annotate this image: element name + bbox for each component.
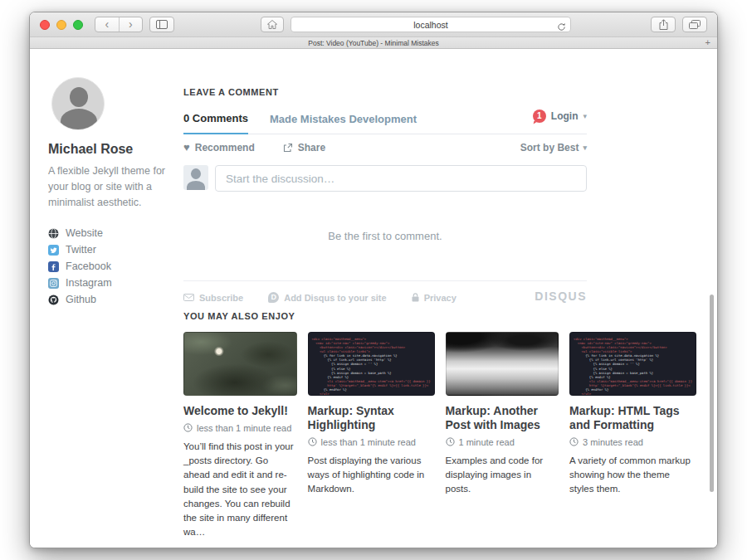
sidebar-toggle-button[interactable] <box>149 17 174 32</box>
post-title-link[interactable]: Markup: Syntax Highlighting <box>308 404 435 432</box>
clock-icon <box>569 437 579 446</box>
recommend-label: Recommend <box>195 142 255 153</box>
link-label: Instagram <box>66 277 112 289</box>
add-disqus-link[interactable]: D Add Disqus to your site <box>268 292 386 303</box>
post-title-link[interactable]: Welcome to Jekyll! <box>183 404 297 418</box>
disqus-logo[interactable]: DISQUS <box>535 290 587 303</box>
notification-badge: 1 <box>533 110 546 123</box>
author-profile: Michael Rose A flexible Jekyll theme for… <box>48 77 174 308</box>
disqus-actions-row: ♥ Recommend Share Sort by Best ▾ <box>183 134 587 162</box>
share-label: Share <box>298 142 325 153</box>
disqus-footer: Subscribe D Add Disqus to your site Priv… <box>183 280 587 303</box>
avatar-silhouette <box>70 87 88 107</box>
zoom-window-button[interactable] <box>73 20 83 30</box>
facebook-icon <box>48 261 59 272</box>
login-button[interactable]: 1 Login ▾ <box>533 110 587 123</box>
back-button[interactable]: ‹ <box>95 17 119 32</box>
sidebar-icon <box>156 20 168 29</box>
post-title-link[interactable]: Markup: HTML Tags and Formatting <box>569 404 696 432</box>
sidebar-link-github[interactable]: Github <box>48 291 174 308</box>
reload-icon <box>557 22 566 32</box>
instagram-icon <box>48 278 59 289</box>
sort-dropdown[interactable]: Sort by Best ▾ <box>520 142 587 153</box>
post-thumbnail-foggy-landscape <box>446 332 559 396</box>
read-time: less than 1 minute read <box>197 423 291 433</box>
tab-overview-button[interactable] <box>682 17 707 32</box>
disqus-bubble-icon: D <box>268 292 279 303</box>
related-heading: YOU MAY ALSO ENJOY <box>183 311 696 321</box>
home-icon <box>267 20 277 29</box>
author-name: Michael Rose <box>48 142 174 157</box>
related-card: Welcome to Jekyll! less than 1 minute re… <box>183 332 297 540</box>
globe-icon <box>48 228 59 239</box>
share-icon <box>659 19 668 30</box>
link-label: Twitter <box>66 244 96 256</box>
clock-icon <box>308 437 317 446</box>
sidebar-link-instagram[interactable]: Instagram <box>48 275 174 291</box>
close-window-button[interactable] <box>40 20 50 30</box>
recommend-button[interactable]: ♥ Recommend <box>183 142 255 153</box>
privacy-link[interactable]: Privacy <box>412 293 456 303</box>
related-card: <div class="masthead__menu"> <nav id="si… <box>308 332 435 540</box>
sidebar-link-twitter[interactable]: Twitter <box>48 241 174 258</box>
post-thumbnail-code: <div class="masthead__menu"> <nav id="si… <box>308 332 435 396</box>
share-button[interactable] <box>651 17 676 32</box>
forward-chevron-icon: › <box>129 17 133 31</box>
tab-bar: Post: Video (YouTube) - Minimal Mistakes… <box>30 37 717 49</box>
privacy-label: Privacy <box>424 293 456 303</box>
post-thumbnail-code: <div class="masthead__menu"> <nav id="si… <box>569 332 696 396</box>
empty-comments-message: Be the first to comment. <box>183 230 587 242</box>
caret-down-icon: ▾ <box>583 144 587 152</box>
reload-button[interactable] <box>557 20 566 35</box>
post-excerpt: You’ll find this post in your _posts dir… <box>183 440 297 540</box>
avatar-silhouette <box>191 168 201 179</box>
forward-button[interactable]: › <box>120 17 143 32</box>
link-label: Website <box>66 227 103 239</box>
history-nav-group: ‹ › <box>95 17 143 32</box>
address-url: localhost <box>413 20 447 30</box>
comment-composer <box>183 165 587 192</box>
comments-section: LEAVE A COMMENT 0 Comments Made Mistakes… <box>183 87 587 303</box>
login-label: Login <box>551 110 579 122</box>
guest-avatar <box>183 165 208 190</box>
lock-icon <box>412 293 419 302</box>
tabs-icon <box>689 20 701 29</box>
back-chevron-icon: ‹ <box>105 17 109 31</box>
related-posts-section: YOU MAY ALSO ENJOY Welcome to Jekyll! le… <box>183 311 696 540</box>
caret-down-icon: ▾ <box>583 112 587 120</box>
subscribe-label: Subscribe <box>199 293 243 303</box>
page-scrollbar-thumb[interactable] <box>710 295 714 492</box>
sidebar-link-website[interactable]: Website <box>48 225 174 241</box>
clock-icon <box>446 437 455 446</box>
read-time: less than 1 minute read <box>321 437 416 447</box>
post-excerpt: A variety of common markup showing how t… <box>569 454 696 497</box>
clock-icon <box>183 423 193 432</box>
author-avatar <box>51 77 105 130</box>
active-tab[interactable]: Post: Video (YouTube) - Minimal Mistakes <box>308 39 438 47</box>
post-title-link[interactable]: Markup: Another Post with Images <box>446 404 559 432</box>
related-cards: Welcome to Jekyll! less than 1 minute re… <box>183 332 696 540</box>
new-tab-button[interactable]: + <box>706 37 710 48</box>
subscribe-link[interactable]: Subscribe <box>183 293 243 303</box>
sort-label: Sort by Best <box>520 142 579 153</box>
sidebar-link-facebook[interactable]: Facebook <box>48 258 174 275</box>
safari-window: ‹ › localhost Post: Video (YouTube) - Mi… <box>29 12 718 548</box>
home-button[interactable] <box>261 17 284 32</box>
related-card: <div class="masthead__menu"> <nav id="si… <box>569 332 696 540</box>
post-excerpt: Post displaying the various ways of high… <box>308 454 435 497</box>
envelope-icon <box>183 294 194 301</box>
minimize-window-button[interactable] <box>56 20 66 30</box>
address-bar[interactable]: localhost <box>290 17 571 32</box>
comments-heading: LEAVE A COMMENT <box>183 87 587 97</box>
comment-input[interactable] <box>215 165 587 192</box>
share-comments-button[interactable]: Share <box>283 142 325 153</box>
link-label: Github <box>66 294 96 305</box>
author-bio: A flexible Jekyll theme for your blog or… <box>48 163 174 210</box>
github-icon <box>48 295 59 305</box>
comment-count-tab[interactable]: 0 Comments <box>183 112 248 134</box>
read-time: 3 minutes read <box>583 437 643 447</box>
post-thumbnail-green-foam <box>183 332 297 396</box>
disqus-header: 0 Comments Made Mistakes Development 1 L… <box>183 112 587 134</box>
twitter-icon <box>48 245 59 256</box>
community-link[interactable]: Made Mistakes Development <box>270 113 417 134</box>
